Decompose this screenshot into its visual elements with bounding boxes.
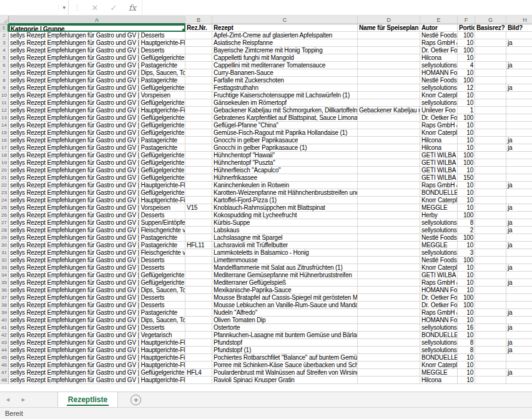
- cell-e-6[interactable]: sellysolutions: [420, 62, 458, 69]
- cell-c-29[interactable]: Lachslasagne mit Spargel: [212, 234, 358, 242]
- cell-f-26[interactable]: 100: [458, 212, 475, 219]
- cell-f-5[interactable]: 10: [458, 54, 475, 62]
- cell-g-27[interactable]: [475, 219, 506, 227]
- cell-e-26[interactable]: Herby: [420, 212, 458, 219]
- cell-b-42[interactable]: [185, 332, 212, 339]
- cell-b-24[interactable]: [185, 197, 212, 204]
- cell-b-21[interactable]: [185, 174, 212, 182]
- cell-h-14[interactable]: [506, 122, 532, 129]
- cell-b-26[interactable]: [185, 212, 212, 219]
- cell-b-28[interactable]: [185, 227, 212, 234]
- cell-h-42[interactable]: [506, 332, 532, 339]
- cell-b-9[interactable]: [185, 84, 212, 92]
- cell-e-39[interactable]: Raps GmbH &: [420, 309, 458, 317]
- cell-g-13[interactable]: [475, 114, 506, 122]
- cell-g-5[interactable]: [475, 54, 506, 62]
- cell-e-22[interactable]: Raps GmbH &: [420, 182, 458, 189]
- cell-d-19[interactable]: [358, 159, 420, 167]
- cell-a-42[interactable]: sellys Rezept Empfehlungen für Gastro un…: [9, 332, 185, 339]
- row-header-2[interactable]: 2: [0, 32, 9, 39]
- row-header-19[interactable]: 19: [0, 159, 9, 167]
- cell-b-16[interactable]: [185, 137, 212, 144]
- cell-d-44[interactable]: [358, 347, 420, 354]
- row-header-35[interactable]: 35: [0, 279, 9, 287]
- cell-c-33[interactable]: Mandelflammerie mit Salat aus Zitrusfrüc…: [212, 264, 358, 272]
- cell-g-17[interactable]: [475, 144, 506, 152]
- cell-d-4[interactable]: [358, 47, 420, 54]
- cell-e-29[interactable]: Nestlé Foods: [420, 234, 458, 242]
- cell-e-24[interactable]: Knorr Caterpl: [420, 197, 458, 204]
- cell-d-25[interactable]: [358, 204, 420, 212]
- cell-f-41[interactable]: 16: [458, 324, 475, 332]
- column-header-f[interactable]: F: [458, 16, 475, 24]
- cell-h-12[interactable]: [506, 107, 532, 114]
- cell-e-20[interactable]: GETI WILBA: [420, 167, 458, 174]
- cell-f1[interactable]: Portionen: [458, 24, 475, 32]
- cell-f-38[interactable]: 100: [458, 302, 475, 309]
- cell-h-39[interactable]: ja: [506, 309, 532, 317]
- row-header-27[interactable]: 27: [0, 219, 9, 227]
- cell-f-13[interactable]: 100: [458, 114, 475, 122]
- cell-e-3[interactable]: Raps GmbH &: [420, 39, 458, 47]
- cell-c-31[interactable]: Lammkoteletts in Balsamico - Honig: [212, 249, 358, 257]
- cell-g-25[interactable]: [475, 204, 506, 212]
- cell-b-27[interactable]: [185, 219, 212, 227]
- cell-a-17[interactable]: sellys Rezept Empfehlungen für Gastro un…: [9, 144, 185, 152]
- cell-d-40[interactable]: [358, 317, 420, 324]
- cell-h-17[interactable]: ja: [506, 144, 532, 152]
- cell-e-4[interactable]: Dr. Oetker Fo: [420, 47, 458, 54]
- cell-h-45[interactable]: [506, 354, 532, 362]
- cell-c-35[interactable]: Mediterraner Geflügelspieß: [212, 279, 358, 287]
- cell-g1[interactable]: Basisrez?: [475, 24, 506, 32]
- row-header-23[interactable]: 23: [0, 189, 9, 197]
- cell-c-28[interactable]: Labskaus: [212, 227, 358, 234]
- cell-e-5[interactable]: Hilcona: [420, 54, 458, 62]
- cell-h-5[interactable]: [506, 54, 532, 62]
- cell-d-14[interactable]: [358, 122, 420, 129]
- cell-d-24[interactable]: [358, 197, 420, 204]
- cell-c-38[interactable]: Mousse Lebkuchen an Vanille-Rum-Sauce un…: [212, 302, 358, 309]
- cell-e-30[interactable]: MEGGLE: [420, 242, 458, 249]
- cell-c-47[interactable]: Poulardenbrust mit Walnüssen auf Streife…: [212, 369, 358, 377]
- cell-g-37[interactable]: [475, 294, 506, 302]
- cell-c-7[interactable]: Curry-Bananen-Sauce: [212, 69, 358, 77]
- cell-g-42[interactable]: [475, 332, 506, 339]
- cell-h-40[interactable]: [506, 317, 532, 324]
- cell-a-25[interactable]: sellys Rezept Empfehlungen für Gastro un…: [9, 204, 185, 212]
- cell-h-26[interactable]: [506, 212, 532, 219]
- cell-f-42[interactable]: 10: [458, 332, 475, 339]
- row-header-29[interactable]: 29: [0, 234, 9, 242]
- cell-a-18[interactable]: sellys Rezept Empfehlungen für Gastro un…: [9, 152, 185, 159]
- cell-h-8[interactable]: [506, 77, 532, 84]
- row-header-45[interactable]: 45: [0, 354, 9, 362]
- cell-h-32[interactable]: [506, 257, 532, 264]
- cell-b-35[interactable]: [185, 279, 212, 287]
- cell-a-47[interactable]: sellys Rezept Empfehlungen für Gastro un…: [9, 369, 185, 377]
- cell-g-47[interactable]: [475, 369, 506, 377]
- cell-g-21[interactable]: [475, 174, 506, 182]
- cell-d-27[interactable]: [358, 219, 420, 227]
- cell-h-38[interactable]: [506, 302, 532, 309]
- row-header-8[interactable]: 8: [0, 77, 9, 84]
- cell-d-20[interactable]: [358, 167, 420, 174]
- row-header-47[interactable]: 47: [0, 369, 9, 377]
- cell-e-43[interactable]: sellysolutions: [420, 339, 458, 347]
- cell-f-16[interactable]: 10: [458, 137, 475, 144]
- cell-g-39[interactable]: [475, 309, 506, 317]
- cell-e-10[interactable]: Knorr Caterpl: [420, 92, 458, 99]
- row-header-41[interactable]: 41: [0, 324, 9, 332]
- cell-f-36[interactable]: 10: [458, 287, 475, 294]
- row-header-18[interactable]: 18: [0, 152, 9, 159]
- cell-g-44[interactable]: [475, 347, 506, 354]
- cell-f-8[interactable]: 100: [458, 77, 475, 84]
- cell-a-20[interactable]: sellys Rezept Empfehlungen für Gastro un…: [9, 167, 185, 174]
- cell-d-7[interactable]: [358, 69, 420, 77]
- cell-f-14[interactable]: 10: [458, 122, 475, 129]
- cell-c-36[interactable]: Mexikanische-Paprika-Sauce: [212, 287, 358, 294]
- cell-g-28[interactable]: [475, 227, 506, 234]
- cell-d-29[interactable]: [358, 234, 420, 242]
- cell-f-46[interactable]: 10: [458, 362, 475, 369]
- cell-e-40[interactable]: HOMANN Fo: [420, 317, 458, 324]
- cell-b-15[interactable]: [185, 129, 212, 137]
- cell-g-6[interactable]: [475, 62, 506, 69]
